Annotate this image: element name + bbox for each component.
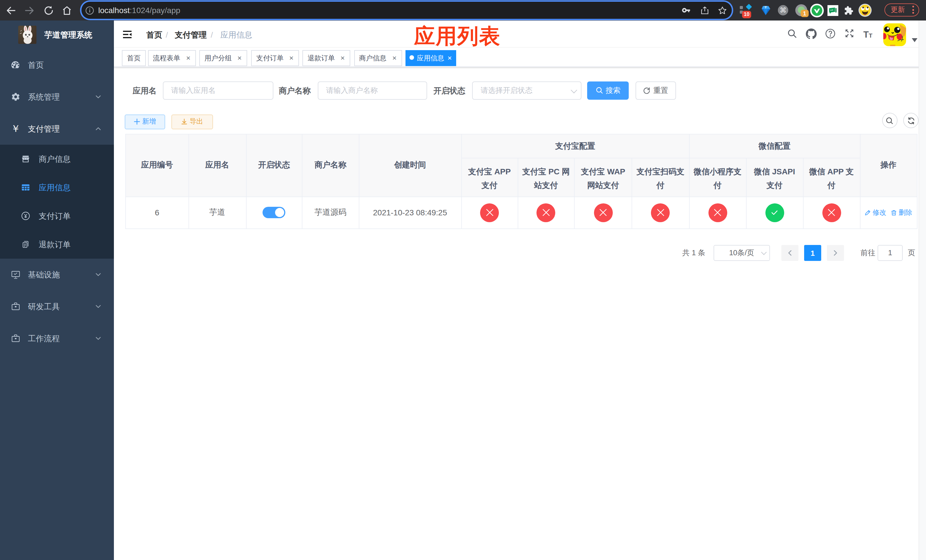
svg-text:T: T xyxy=(869,32,872,39)
svg-text:T: T xyxy=(863,30,869,39)
svg-text:⌘: ⌘ xyxy=(780,6,787,14)
